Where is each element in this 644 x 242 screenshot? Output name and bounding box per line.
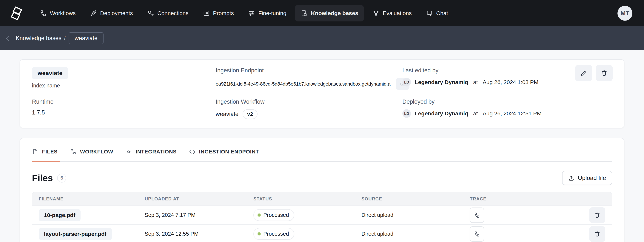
- chat-bubble-icon: [426, 10, 433, 17]
- nav-item-evaluations[interactable]: Evaluations: [367, 5, 417, 21]
- files-header: Files 6 Upload file: [32, 171, 612, 185]
- source-cell: Direct upload: [362, 212, 470, 218]
- status-badge: Processed: [254, 209, 294, 221]
- status-dot-icon: [258, 214, 261, 217]
- files-table: FILENAME UPLOADED AT STATUS SOURCE TRACE…: [32, 192, 612, 242]
- dynamiq-logo-icon[interactable]: [10, 6, 23, 21]
- nav-item-deployments[interactable]: Deployments: [84, 5, 138, 21]
- index-name-label: index name: [32, 83, 216, 89]
- filename-chip[interactable]: 10-page.pdf: [39, 209, 80, 221]
- delete-knowledge-base-button[interactable]: [596, 65, 613, 81]
- status-label: Processed: [263, 212, 289, 218]
- top-nav: Workflows Deployments Connections Prompt…: [0, 0, 644, 26]
- deployed-by-field: Deployed by LD Legendary Dynamiq at Aug …: [402, 99, 612, 119]
- source-cell: Direct upload: [362, 231, 470, 237]
- at-word: at: [473, 79, 478, 85]
- pencil-icon: [580, 70, 587, 77]
- trace-button[interactable]: [470, 208, 484, 223]
- main-content: weaviate index name Ingestion Endpoint e…: [0, 50, 644, 242]
- upload-icon: [568, 175, 574, 181]
- filename-chip[interactable]: layout-parser-paper.pdf: [39, 228, 112, 240]
- at-word: at: [473, 110, 478, 117]
- workflow-nodes-icon: [70, 148, 76, 155]
- overview-card: weaviate index name Ingestion Endpoint e…: [20, 59, 624, 128]
- trace-workflow-icon: [474, 231, 480, 237]
- delete-file-button[interactable]: [589, 207, 605, 223]
- code-brackets-icon: [189, 148, 196, 155]
- breadcrumb-parent[interactable]: Knowledge bases: [16, 35, 62, 42]
- trace-button[interactable]: [470, 226, 484, 242]
- column-header-trace: TRACE: [470, 196, 560, 202]
- ingestion-workflow-field: Ingestion Workflow weaviate v2: [216, 99, 402, 119]
- nav-item-workflows[interactable]: Workflows: [34, 5, 81, 21]
- workflow-version-badge[interactable]: v2: [242, 109, 257, 119]
- nav-label: Evaluations: [383, 10, 412, 16]
- nav-label: Chat: [436, 10, 448, 16]
- table-row: 10-page.pdf Sep 3, 2024 7:17 PM Processe…: [32, 206, 612, 224]
- runtime-value: 1.7.5: [32, 109, 216, 116]
- user-avatar[interactable]: MT: [618, 6, 632, 21]
- tab-files[interactable]: FILES: [32, 148, 58, 155]
- nav-item-chat[interactable]: Chat: [420, 5, 454, 21]
- nav-label: Workflows: [50, 10, 76, 16]
- edit-knowledge-base-button[interactable]: [575, 65, 592, 81]
- nav-item-prompts[interactable]: Prompts: [197, 5, 240, 21]
- primary-nav: Workflows Deployments Connections Prompt…: [34, 5, 618, 21]
- ingestion-workflow-value: weaviate: [216, 111, 238, 118]
- tab-label: FILES: [42, 149, 58, 155]
- tab-bar: FILES WORKFLOW INTEGRATIONS INGESTION EN…: [32, 148, 612, 155]
- ingestion-endpoint-value: ea921f61-dcf8-4e49-86cd-5d84db5e61b7.kno…: [216, 81, 392, 87]
- nav-label: Prompts: [213, 10, 234, 16]
- nav-item-knowledge-bases[interactable]: Knowledge bases: [295, 5, 364, 21]
- back-button[interactable]: [2, 33, 14, 44]
- breadcrumb-separator: /: [64, 35, 66, 42]
- tab-ingestion-endpoint[interactable]: INGESTION ENDPOINT: [189, 148, 259, 155]
- uploaded-at-cell: Sep 3, 2024 12:55 PM: [145, 231, 254, 237]
- tab-label: WORKFLOW: [80, 149, 113, 155]
- trash-icon: [594, 231, 601, 237]
- deployed-by-avatar: LD: [402, 109, 411, 118]
- last-edited-time: Aug 26, 2024 1:03 PM: [483, 79, 538, 85]
- upload-button-label: Upload file: [578, 174, 606, 181]
- breadcrumb-current: weaviate: [68, 32, 103, 44]
- scroll-icon: [203, 10, 210, 17]
- trace-workflow-icon: [474, 212, 480, 218]
- column-header-source: SOURCE: [362, 196, 470, 202]
- files-count-badge: 6: [57, 174, 66, 183]
- nav-item-fine-tuning[interactable]: Fine-tuning: [242, 5, 292, 21]
- sliders-icon: [248, 10, 255, 17]
- column-header-filename: FILENAME: [32, 196, 145, 202]
- deployed-by-user: Legendary Dynamiq: [415, 110, 468, 117]
- column-header-uploaded-at: UPLOADED AT: [145, 196, 254, 202]
- book-pages-icon: [300, 10, 308, 17]
- breadcrumb: Knowledge bases / weaviate: [0, 26, 644, 50]
- upload-file-button[interactable]: Upload file: [562, 171, 612, 185]
- status-dot-icon: [258, 232, 261, 236]
- file-icon: [32, 148, 39, 155]
- rocket-icon: [90, 10, 97, 17]
- trophy-icon: [372, 10, 380, 17]
- nav-label: Fine-tuning: [258, 10, 286, 16]
- table-row: layout-parser-paper.pdf Sep 3, 2024 12:5…: [32, 224, 612, 242]
- ingestion-endpoint-label: Ingestion Endpoint: [216, 67, 402, 74]
- tab-integrations[interactable]: INTEGRATIONS: [126, 148, 176, 155]
- tab-workflow[interactable]: WORKFLOW: [70, 148, 113, 155]
- nav-label: Knowledge bases: [311, 10, 358, 16]
- deployed-by-label: Deployed by: [402, 99, 612, 105]
- nav-item-connections[interactable]: Connections: [142, 5, 194, 21]
- nav-label: Deployments: [100, 10, 133, 16]
- workflow-nodes-icon: [40, 10, 47, 17]
- ingestion-endpoint-field: Ingestion Endpoint ea921f61-dcf8-4e49-86…: [216, 67, 402, 90]
- overview-actions: [575, 65, 613, 81]
- trash-icon: [594, 212, 601, 219]
- uploaded-at-cell: Sep 3, 2024 7:17 PM: [145, 212, 254, 218]
- last-edited-avatar: LD: [402, 78, 411, 87]
- runtime-field: Runtime 1.7.5: [32, 99, 216, 119]
- nav-label: Connections: [157, 10, 188, 16]
- delete-file-button[interactable]: [589, 226, 605, 242]
- key-icon: [147, 10, 154, 17]
- files-card: FILES WORKFLOW INTEGRATIONS INGESTION EN…: [20, 138, 624, 242]
- plug-icon: [126, 148, 132, 155]
- status-label: Processed: [263, 231, 289, 237]
- index-name-value: weaviate: [32, 67, 68, 79]
